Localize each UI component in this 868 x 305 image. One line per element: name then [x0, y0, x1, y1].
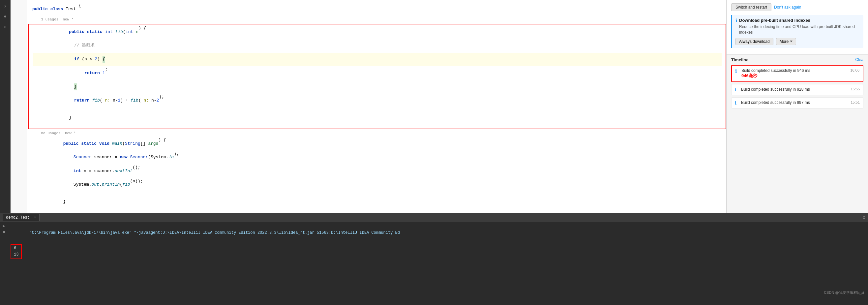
- timeline-header: Timeline Clea: [731, 57, 863, 62]
- timeline-info-icon-2: ℹ: [735, 87, 737, 92]
- editor-area: public class Test { 3 usages new * publi…: [10, 0, 726, 213]
- settings-icon[interactable]: ⚙: [863, 215, 865, 220]
- bottom-content: ▶ ■ "C:\Program Files\Java\jdk-17\bin\ja…: [0, 222, 868, 305]
- always-download-button[interactable]: Always download: [736, 38, 773, 45]
- chevron-down-icon: [790, 40, 793, 42]
- tab-close-icon[interactable]: ×: [34, 216, 36, 220]
- meta-text2: no usages new *: [32, 130, 76, 136]
- code-line-comment: // 递归求: [33, 39, 722, 53]
- timeline-info-icon-1: ℹ: [735, 68, 737, 73]
- class-name: Test: [66, 6, 76, 13]
- timeline-time-3: 15:51: [850, 100, 860, 104]
- gutter-icon-1[interactable]: ⚡: [2, 3, 8, 9]
- timeline-text-2: Build completed successfully in 928 ms: [741, 87, 810, 92]
- code-line-if: if (n < 2) {: [33, 53, 722, 67]
- terminal-stop-icon[interactable]: ■: [3, 230, 5, 235]
- keyword: public: [32, 6, 48, 13]
- code-line-println: System.out.println(fib(n));: [32, 178, 726, 192]
- timeline-item-3[interactable]: ℹ Build completed successfully in 997 ms…: [731, 97, 863, 109]
- output-red-box: 6 13: [10, 244, 22, 259]
- info-title: Download pre-built shared indexes: [739, 18, 860, 23]
- gutter-icon-3[interactable]: ○: [2, 24, 8, 30]
- more-button[interactable]: More: [776, 38, 796, 45]
- timeline-highlight-1: 946毫秒: [741, 73, 757, 78]
- terminal-command-line: "C:\Program Files\Java\jdk-17\bin\java.e…: [10, 223, 865, 243]
- info-header: ℹ Download pre-built shared indexes Redu…: [736, 18, 860, 35]
- gutter-icon-2[interactable]: ●: [2, 13, 8, 20]
- code-line-return: return 1;: [33, 66, 722, 80]
- timeline-item-text-3: Build completed successfully in 997 ms: [741, 100, 850, 105]
- bottom-tab-demo2[interactable]: demo2.Test ×: [3, 214, 39, 221]
- timeline-title: Timeline: [731, 57, 749, 62]
- info-desc: Reduce the indexing time and CPU load wi…: [739, 24, 860, 35]
- terminal-main[interactable]: "C:\Program Files\Java\jdk-17\bin\java.e…: [8, 222, 868, 305]
- timeline-time-1: 16:06: [850, 68, 860, 72]
- action-row: Always download More: [736, 38, 860, 45]
- info-box: ℹ Download pre-built shared indexes Redu…: [731, 15, 863, 48]
- command-text: "C:\Program Files\Java\jdk-17\bin\java.e…: [30, 231, 400, 235]
- code-line-main: public static void main(String[] args) {: [32, 137, 726, 151]
- code-line-meta2: no usages new *: [32, 130, 726, 137]
- info-icon: ℹ: [736, 18, 737, 23]
- output-line-1: 6: [14, 245, 19, 252]
- code-line-intn: int n = scanner.nextInt();: [32, 164, 726, 178]
- code-line-meta: 3 usages new *: [32, 17, 726, 23]
- code-line: public static int fib(int n) {: [33, 25, 722, 39]
- terminal-gutter: ▶ ■: [0, 222, 8, 305]
- output-section: 6 13: [10, 244, 865, 259]
- fib-method-box: public static int fib(int n) { // 递归求 if…: [28, 24, 726, 129]
- switch-restart-button[interactable]: Switch and restart: [731, 3, 771, 11]
- dont-ask-button[interactable]: Don't ask again: [774, 3, 801, 11]
- bottom-icons: ⚙: [863, 215, 865, 220]
- timeline-item-2[interactable]: ℹ Build completed successfully in 928 ms…: [731, 84, 863, 95]
- right-top-section: Switch and restart Don't ask again ℹ Dow…: [726, 0, 868, 55]
- left-gutter: ⚡ ● ○: [0, 0, 10, 213]
- code-body[interactable]: public class Test { 3 usages new * publi…: [27, 0, 726, 213]
- line-numbers: [10, 0, 27, 213]
- bottom-tabs: demo2.Test × ⚙: [0, 213, 868, 222]
- meta-text: 3 usages new *: [32, 17, 73, 23]
- timeline-time-2: 15:55: [850, 87, 860, 91]
- right-panel: Switch and restart Don't ask again ℹ Dow…: [726, 0, 868, 213]
- bottom-panel: demo2.Test × ⚙ ▶ ■ "C:\Program Files\Jav…: [0, 213, 868, 305]
- timeline-item-left-2: ℹ Build completed successfully in 928 ms: [735, 87, 850, 92]
- more-label: More: [780, 39, 788, 44]
- timeline-section: Timeline Clea ℹ Build completed successf…: [726, 55, 868, 213]
- timeline-text-3: Build completed successfully in 997 ms: [741, 100, 810, 105]
- code-line-recurse: return fib( n: n-1) + fib( n: n-2);: [33, 94, 722, 108]
- watermark: CSDN @我要学编程(₀_₀): [824, 290, 864, 295]
- timeline-item-text-2: Build completed successfully in 928 ms: [741, 87, 850, 92]
- code-line-close: }: [33, 108, 722, 128]
- timeline-item-left-3: ℹ Build completed successfully in 997 ms: [735, 100, 850, 105]
- timeline-item-text-1: Build completed successfully in 946 ms 9…: [741, 68, 850, 79]
- timeline-clear-button[interactable]: Clea: [855, 57, 863, 62]
- timeline-info-icon-3: ℹ: [735, 100, 737, 105]
- timeline-item-left: ℹ Build completed successfully in 946 ms…: [735, 68, 850, 79]
- code-line-close2: }: [32, 192, 726, 212]
- keyword: class: [51, 6, 63, 13]
- tab-label: demo2.Test: [6, 215, 30, 220]
- code-line-brace: }: [33, 80, 722, 94]
- output-line-2: 13: [14, 252, 19, 258]
- timeline-item-1[interactable]: ℹ Build completed successfully in 946 ms…: [731, 65, 863, 82]
- timeline-text-1: Build completed successfully in 946 ms: [741, 68, 810, 73]
- switch-row: Switch and restart Don't ask again: [731, 3, 863, 11]
- code-line: public class Test {: [32, 3, 726, 17]
- code-line-scanner: Scanner scanner = new Scanner(System.in)…: [32, 151, 726, 164]
- terminal-run-icon[interactable]: ▶: [3, 223, 5, 228]
